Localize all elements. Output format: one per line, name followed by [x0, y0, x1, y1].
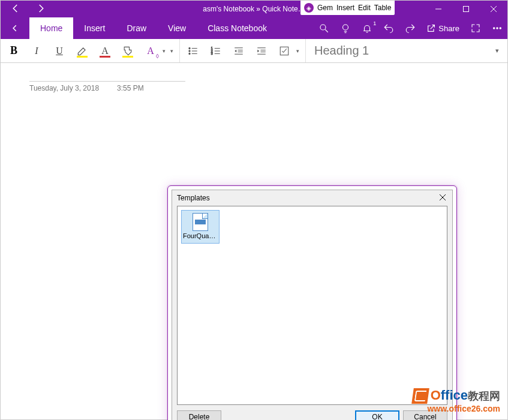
svg-point-4 [320, 25, 326, 30]
watermark-url: www.office26.com [413, 404, 500, 413]
ribbon-tabs: Home Insert Draw View Class Notebook 1 S… [1, 17, 507, 39]
maximize-button[interactable] [452, 1, 480, 17]
numbered-list-button[interactable]: 123 [209, 44, 223, 58]
underline-button[interactable]: U [52, 44, 67, 58]
tab-home[interactable]: Home [29, 17, 73, 39]
share-label: Share [438, 24, 459, 33]
svg-text:3: 3 [211, 52, 213, 55]
svg-point-6 [343, 25, 348, 30]
window-title: asm's Notebook » Quick Note… [203, 5, 305, 13]
svg-rect-1 [464, 7, 469, 12]
search-icon[interactable] [318, 23, 329, 34]
more-icon[interactable] [492, 23, 503, 34]
nav-forward-icon[interactable] [35, 3, 46, 16]
italic-button[interactable]: I [29, 44, 44, 58]
current-style-name: Heading 1 [314, 44, 369, 58]
gem-icon: ◈ [304, 3, 314, 13]
page-datetime: Tuesday, July 3, 2018 3:55 PM [29, 81, 185, 92]
dialog-close-button[interactable] [439, 194, 447, 202]
nav-back-icon[interactable] [10, 3, 21, 16]
templates-dialog: Templates FourQuadr… Delete OK Cancel [167, 185, 457, 420]
watermark: Office教程网 www.office26.com [413, 388, 500, 413]
template-label: FourQuadr… [182, 232, 219, 239]
highlight-button[interactable] [75, 44, 89, 58]
svg-point-11 [497, 28, 498, 29]
svg-point-17 [189, 53, 190, 54]
share-button[interactable]: Share [426, 23, 459, 33]
ok-button[interactable]: OK [355, 410, 399, 420]
styles-gallery[interactable]: Heading 1 ▾ [306, 44, 507, 58]
formatting-toolbar: B I U A A◊ ▾ ▾ 123 ▾ Heading 1 ▾ [1, 39, 507, 63]
tab-insert[interactable]: Insert [73, 17, 116, 39]
bold-button[interactable]: B [7, 44, 21, 58]
lightbulb-icon[interactable] [340, 23, 351, 34]
svg-point-13 [189, 47, 190, 49]
minimize-button[interactable] [425, 1, 452, 17]
gem-menu-insert[interactable]: Insert [336, 4, 354, 12]
gem-addin-menubar: ◈ Gem Insert Edit Table [300, 1, 395, 15]
bullet-list-button[interactable] [186, 44, 200, 58]
svg-point-12 [500, 28, 501, 29]
svg-point-15 [189, 50, 190, 51]
page-date: Tuesday, July 3, 2018 [29, 84, 99, 92]
format-painter-button[interactable] [121, 44, 135, 58]
font-color-button[interactable]: A [98, 44, 112, 58]
template-file-icon [193, 213, 208, 231]
onenote-window: asm's Notebook » Quick Note… ◈ Gem Inser… [0, 0, 508, 420]
watermark-logo-icon [411, 388, 429, 404]
chevron-down-icon[interactable]: ▾ [163, 48, 166, 54]
template-item[interactable]: FourQuadr… [181, 210, 220, 244]
indent-button[interactable] [254, 44, 269, 58]
notifications-icon[interactable]: 1 [362, 23, 372, 34]
title-bar: asm's Notebook » Quick Note… ◈ Gem Inser… [1, 1, 507, 17]
gem-name[interactable]: Gem [317, 4, 333, 12]
font-more-chevron-icon[interactable]: ▾ [170, 48, 173, 54]
outdent-button[interactable] [232, 44, 246, 58]
dialog-title: Templates [177, 194, 210, 202]
gem-menu-table[interactable]: Table [374, 4, 392, 12]
close-button[interactable] [480, 1, 507, 17]
gem-menu-edit[interactable]: Edit [358, 4, 371, 12]
tab-view[interactable]: View [157, 17, 197, 39]
style-chevron-icon[interactable]: ▾ [495, 47, 499, 55]
paragraph-more-chevron-icon[interactable]: ▾ [296, 48, 299, 54]
fullscreen-icon[interactable] [470, 23, 481, 34]
redo-icon[interactable] [405, 23, 416, 34]
todo-tag-button[interactable] [277, 44, 291, 58]
notification-badge: 1 [373, 20, 376, 26]
svg-line-5 [326, 29, 329, 32]
clear-formatting-button[interactable]: A◊ [143, 44, 158, 58]
page-canvas[interactable]: Tuesday, July 3, 2018 3:55 PM Templates … [1, 63, 507, 419]
svg-point-10 [494, 28, 495, 29]
tab-draw[interactable]: Draw [116, 17, 157, 39]
delete-button[interactable]: Delete [177, 410, 221, 420]
tab-class-notebook[interactable]: Class Notebook [197, 17, 278, 39]
ribbon-back-button[interactable] [1, 17, 29, 39]
page-time: 3:55 PM [117, 84, 144, 92]
undo-icon[interactable] [383, 23, 394, 34]
templates-list[interactable]: FourQuadr… [177, 206, 447, 405]
